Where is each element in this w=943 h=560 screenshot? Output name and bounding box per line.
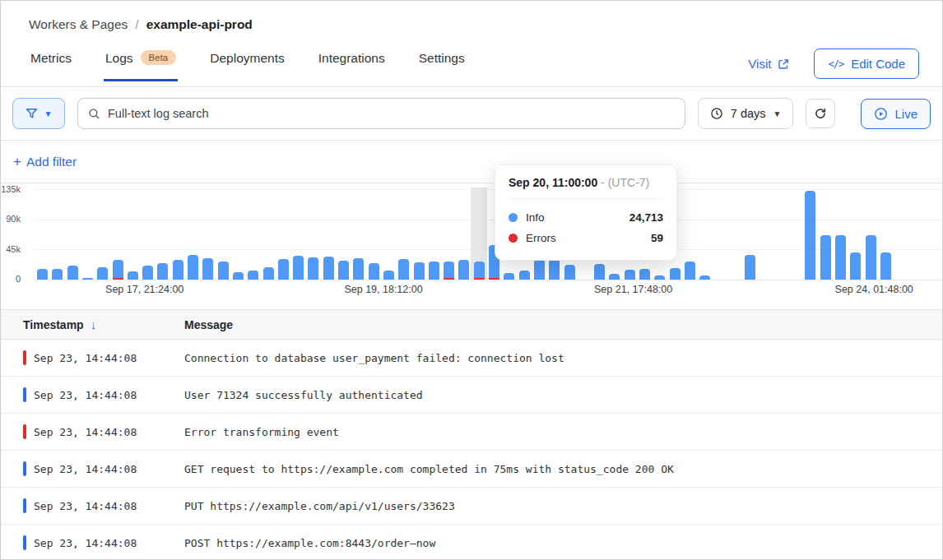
chart-bar[interactable] — [263, 267, 274, 280]
info-bar-segment — [52, 269, 63, 280]
log-level-indicator — [23, 350, 26, 365]
chart-bar[interactable] — [173, 260, 183, 280]
log-table-body: Sep 23, 14:44:08 Connection to database … — [1, 340, 942, 560]
chart-bar[interactable] — [880, 252, 891, 280]
chart-bar[interactable] — [67, 266, 78, 280]
info-bar-segment — [128, 271, 138, 280]
chart-bar[interactable] — [52, 269, 63, 280]
refresh-icon — [814, 107, 827, 120]
chart-bar[interactable] — [504, 273, 514, 280]
errors-bar-segment — [489, 278, 499, 280]
info-bar-segment — [519, 271, 530, 280]
info-bar-segment — [564, 265, 575, 280]
add-filter-button[interactable]: + Add filter — [13, 154, 77, 170]
chart-bar[interactable] — [293, 256, 304, 280]
log-search[interactable] — [77, 98, 685, 129]
tab-logs[interactable]: Logs Beta — [104, 51, 178, 81]
chart-bar[interactable] — [625, 270, 635, 280]
tab-metrics[interactable]: Metrics — [29, 51, 73, 81]
filter-menu-button[interactable]: ▼ — [12, 98, 65, 129]
edit-code-button[interactable]: </> Edit Code — [814, 49, 919, 79]
gridline — [34, 189, 942, 190]
chart-bar[interactable] — [113, 260, 123, 280]
chart-bar[interactable] — [383, 271, 394, 280]
chart-bar[interactable] — [745, 255, 755, 280]
table-row[interactable]: Sep 23, 14:44:08 POST https://example.co… — [1, 525, 942, 560]
search-input[interactable] — [108, 107, 675, 120]
chart-bar[interactable] — [233, 272, 244, 280]
chart-bar[interactable] — [142, 266, 153, 280]
info-bar-segment — [398, 259, 409, 280]
chart-bar[interactable] — [82, 278, 93, 280]
info-bar-segment — [263, 267, 274, 280]
visit-link[interactable]: Visit — [748, 57, 789, 71]
table-row[interactable]: Sep 23, 14:44:08 PUT https://example.com… — [1, 488, 942, 525]
table-row[interactable]: Sep 23, 14:44:08 Error transforming even… — [1, 414, 942, 451]
chart-bar[interactable] — [429, 261, 439, 280]
chart-bar[interactable] — [670, 268, 681, 280]
chart-bar[interactable] — [820, 235, 831, 280]
chart-bar[interactable] — [308, 257, 318, 280]
info-bar-segment — [414, 262, 425, 280]
tab-deployments[interactable]: Deployments — [208, 51, 286, 81]
log-level-indicator — [23, 461, 26, 476]
info-bar-segment — [866, 235, 876, 280]
chart-bar[interactable] — [369, 263, 379, 280]
live-button[interactable]: Live — [861, 99, 931, 129]
chart-bar[interactable] — [805, 191, 815, 280]
sort-descending-icon[interactable]: ↓ — [91, 317, 97, 331]
table-row[interactable]: Sep 23, 14:44:08 GET request to https://… — [1, 451, 942, 488]
chart-bar[interactable] — [866, 235, 876, 280]
info-bar-segment — [820, 235, 831, 280]
chart-bar[interactable] — [218, 261, 229, 280]
errors-bar-segment — [474, 278, 485, 280]
clock-icon — [710, 107, 723, 120]
chart-bar[interactable] — [97, 267, 108, 280]
chart-bar[interactable] — [850, 252, 861, 280]
chart-bar[interactable] — [444, 261, 454, 280]
info-bar-segment — [173, 260, 183, 280]
x-axis-tick: Sep 19, 18:12:00 — [344, 284, 422, 295]
info-bar-segment — [308, 257, 318, 280]
log-toolbar: ▼ 7 days ▼ — [1, 87, 942, 141]
chart-bar[interactable] — [37, 269, 48, 280]
log-timestamp: Sep 23, 14:44:08 — [34, 389, 162, 401]
chart-bar[interactable] — [654, 275, 665, 280]
log-message: User 71324 successfully authenticated — [162, 389, 423, 401]
chart-bar[interactable] — [128, 271, 138, 280]
chart-bar[interactable] — [278, 259, 289, 280]
table-row[interactable]: Sep 23, 14:44:08 User 71324 successfully… — [1, 377, 942, 414]
chart-bar[interactable] — [685, 261, 695, 280]
chart-bar[interactable] — [188, 255, 198, 280]
chart-bar[interactable] — [639, 269, 650, 280]
refresh-button[interactable] — [806, 99, 835, 128]
chart-bar[interactable] — [458, 260, 469, 280]
chart-bar[interactable] — [157, 263, 168, 280]
tab-settings[interactable]: Settings — [417, 51, 467, 81]
time-range-select[interactable]: 7 days ▼ — [698, 98, 794, 129]
chart-bar[interactable] — [699, 275, 710, 280]
chart-plot[interactable]: Sep 17, 21:24:00 Sep 19, 18:12:00 Sep 21… — [34, 189, 942, 280]
chart-bar[interactable] — [564, 265, 575, 280]
chart-bar[interactable] — [353, 258, 364, 280]
table-row[interactable]: Sep 23, 14:44:08 Connection to database … — [1, 340, 942, 377]
chart-bar[interactable] — [323, 257, 334, 280]
timestamp-column-header[interactable]: Timestamp — [23, 318, 84, 331]
chart-bar[interactable] — [474, 261, 485, 280]
info-bar-segment — [429, 261, 439, 280]
chart-bar[interactable] — [519, 271, 530, 280]
chart-bar[interactable] — [338, 261, 349, 280]
chart-bar[interactable] — [202, 258, 213, 280]
chart-bar[interactable] — [534, 259, 545, 280]
chart-bar[interactable] — [248, 271, 258, 280]
chart-bar[interactable] — [414, 262, 425, 280]
page-header: Workers & Pages / example-api-prod Metri… — [1, 1, 942, 87]
chart-bar[interactable] — [594, 264, 605, 280]
chart-bar[interactable] — [835, 235, 846, 280]
chart-bar[interactable] — [609, 274, 620, 280]
info-bar-segment — [67, 266, 78, 280]
chart-bar[interactable] — [398, 259, 409, 280]
tab-integrations[interactable]: Integrations — [317, 51, 387, 81]
breadcrumb-section-link[interactable]: Workers & Pages — [29, 17, 128, 32]
chart-tooltip: Sep 20, 11:00:00 - (UTC-7) Info 24,713 E… — [495, 164, 677, 261]
